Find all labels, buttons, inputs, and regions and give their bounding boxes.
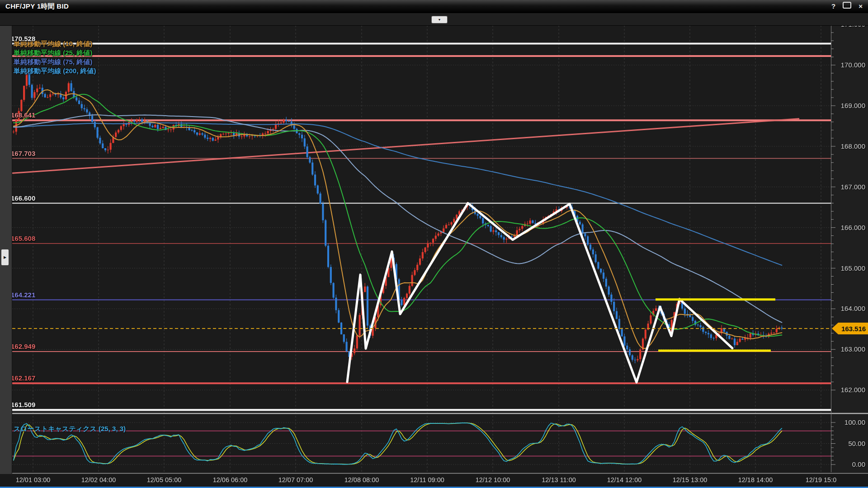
price-line-label: 170.528 — [11, 35, 35, 42]
stoch-indicator-label: スローストキャスティクス (25, 3, 3) — [14, 425, 126, 433]
current-price-value: 163.516 — [841, 325, 866, 333]
price-axis-label: 164.000 — [839, 305, 865, 312]
chevron-down-icon: ▼ — [438, 18, 441, 21]
price-axis-label: 170.000 — [839, 61, 865, 69]
top-toolbar: ▼ — [0, 13, 868, 26]
price-line-label: 166.600 — [11, 194, 35, 202]
left-panel-strip: ▶ — [0, 25, 12, 474]
price-line-label: 162.167 — [11, 374, 35, 382]
price-line-label: 168.641 — [11, 111, 35, 119]
chevron-right-icon: ▶ — [4, 255, 6, 259]
time-axis-label: 12/13 11:00 — [534, 476, 584, 483]
price-axis-label: 163.000 — [839, 345, 865, 353]
price-axis-label: 166.000 — [839, 224, 865, 231]
window-controls: ? × — [831, 0, 868, 13]
window-title: CHF/JPY 1時間 BID — [0, 2, 69, 11]
price-axis-label: 167.000 — [839, 183, 865, 191]
time-axis-label: 12/02 04:00 — [74, 476, 123, 483]
price-axis-label: 169.000 — [839, 102, 865, 109]
price-axis-label: 168.000 — [839, 142, 865, 150]
stoch-axis-label: 0.00 — [839, 460, 865, 468]
collapse-toolbar-button[interactable]: ▼ — [432, 16, 447, 23]
help-button[interactable]: ? — [831, 0, 835, 13]
title-bar: CHF/JPY 1時間 BID ? × — [0, 0, 868, 13]
current-price-badge: 163.516 — [832, 323, 868, 334]
chart-window: ▶ 単純移動平均線 (10, 終値)単純移動平均線 (25, 終値)単純移動平均… — [0, 0, 868, 488]
price-axis-label: 165.000 — [839, 264, 865, 272]
time-axis-label: 12/07 07:00 — [271, 476, 321, 483]
time-axis-label: 12/12 10:00 — [468, 476, 518, 483]
price-line-label: 164.221 — [11, 291, 35, 299]
time-axis-label: 12/05 05:00 — [139, 476, 189, 483]
price-line-label: 161.509 — [11, 401, 35, 408]
time-axis-label: 12/06 06:00 — [205, 476, 255, 483]
price-line-label: 167.703 — [11, 150, 35, 157]
maximize-button[interactable] — [843, 0, 851, 13]
time-axis-label: 12/08 08:00 — [337, 476, 387, 483]
legend-item-sma: 単純移動平均線 (200, 終値) — [14, 67, 96, 75]
time-axis-label: 12/14 12:00 — [599, 476, 649, 483]
legend-item-sma: 単純移動平均線 (25, 終値) — [14, 49, 92, 57]
chart-canvas[interactable] — [0, 0, 868, 488]
time-axis-label: 12/19 15:0 — [796, 476, 846, 483]
time-axis-label: 12/15 13:00 — [665, 476, 715, 483]
price-line-label: 165.608 — [11, 235, 35, 242]
stoch-axis-label: 50.00 — [839, 440, 865, 447]
close-button[interactable]: × — [859, 0, 863, 13]
stoch-axis-label: 100.00 — [839, 418, 865, 426]
time-axis-label: 12/01 03:00 — [8, 476, 58, 483]
legend-item-sma: 単純移動平均線 (75, 終値) — [14, 58, 92, 66]
time-axis-label: 12/11 09:00 — [402, 476, 452, 483]
price-line-label: 162.949 — [11, 343, 35, 350]
price-axis-label: 162.000 — [839, 386, 865, 394]
time-axis-label: 12/18 14:00 — [731, 476, 780, 483]
expand-panel-button[interactable]: ▶ — [1, 249, 9, 265]
maximize-icon — [843, 2, 851, 9]
